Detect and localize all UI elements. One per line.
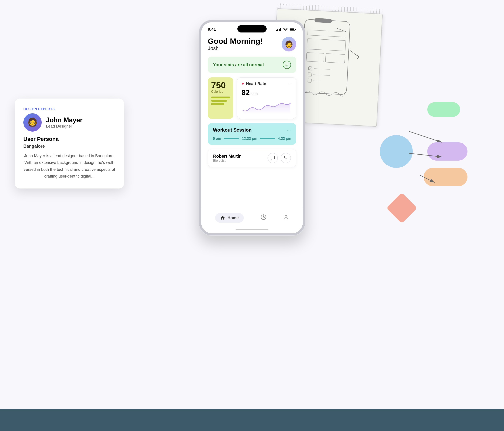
phone-screen: 9:41 (201, 22, 303, 233)
svg-line-9 (310, 68, 312, 70)
svg-rect-22 (277, 29, 278, 31)
calories-card[interactable]: 750 Calories (208, 77, 233, 119)
svg-point-29 (285, 215, 287, 217)
wifi-icon (283, 27, 288, 31)
time-label-1: 9 am (213, 136, 221, 141)
persona-location: Bangalore (23, 144, 115, 149)
heart-bpm-display: 82 bpm (242, 88, 292, 97)
svg-rect-6 (325, 53, 345, 63)
svg-rect-24 (280, 28, 281, 31)
doctor-card: Robert Martin Biologist (208, 149, 296, 167)
phone-icon (284, 156, 288, 160)
persona-expert-label: DESIGN EXPERTS (23, 107, 115, 111)
chat-icon (270, 156, 275, 160)
svg-rect-23 (279, 29, 279, 31)
persona-name: John Mayer (46, 116, 82, 124)
persona-avatar: 🧔 (23, 113, 42, 132)
persona-avatar-emoji: 🧔 (27, 117, 38, 128)
nav-stats[interactable] (261, 214, 266, 221)
home-icon (220, 215, 225, 220)
svg-rect-27 (295, 29, 296, 30)
svg-line-19 (409, 153, 442, 157)
nav-profile[interactable] (283, 214, 289, 221)
svg-rect-21 (276, 30, 277, 31)
nav-home-label: Home (227, 215, 239, 220)
phone-frame: 9:41 (199, 20, 305, 235)
status-icons (276, 27, 296, 31)
heart-icon: ♥ (242, 81, 244, 86)
svg-line-8 (309, 68, 310, 70)
greeting-block: Good Morning! Josh (208, 37, 263, 51)
doctor-name: Robert Martin (213, 154, 242, 159)
user-name: Josh (208, 45, 263, 51)
bpm-value: 82 (242, 88, 250, 97)
svg-line-14 (313, 81, 321, 81)
nav-home[interactable]: Home (215, 213, 244, 223)
calories-label: Calories (211, 90, 230, 94)
heart-rate-title-row: ♥ Heart Rate (242, 81, 266, 86)
workout-card[interactable]: Workout Session ··· 9 am 12:00 pm 4:00 p… (208, 123, 296, 145)
time-label-2: 12:00 pm (242, 136, 257, 141)
workout-title: Workout Session (213, 127, 252, 133)
svg-rect-2 (308, 30, 346, 37)
svg-line-17 (357, 57, 359, 59)
workout-more-dots[interactable]: ··· (287, 128, 291, 132)
svg-rect-11 (308, 73, 312, 76)
time-line-2 (260, 138, 275, 139)
svg-line-10 (314, 69, 330, 70)
chat-button[interactable] (268, 153, 278, 163)
cards-row: 750 Calories ♥ Heart Ra (208, 77, 296, 119)
doctor-info: Robert Martin Biologist (213, 154, 242, 163)
svg-line-18 (409, 131, 442, 142)
heart-rate-header: ♥ Heart Rate ··· (242, 81, 292, 86)
profile-icon (283, 214, 289, 220)
doctor-specialty: Biologist (213, 159, 242, 163)
time-line (224, 138, 239, 139)
workout-times: 9 am 12:00 pm 4:00 pm (213, 136, 291, 141)
home-bar (235, 229, 269, 230)
svg-rect-13 (308, 79, 311, 82)
stats-text: Your stats are all normal (213, 62, 264, 67)
dynamic-island (237, 25, 267, 33)
smiley-emoji: ☺ (285, 62, 289, 68)
battery-icon (290, 27, 296, 31)
workout-header: Workout Session ··· (213, 127, 291, 133)
persona-description: John Mayer is a lead designer based in B… (23, 152, 115, 180)
blob-green (427, 102, 460, 117)
svg-line-20 (420, 175, 435, 183)
calorie-bars (211, 97, 230, 105)
app-header: Good Morning! Josh 🧑 (208, 37, 296, 52)
heart-rate-label: Heart Rate (246, 81, 266, 86)
status-time: 9:41 (208, 27, 216, 32)
svg-rect-5 (306, 53, 324, 62)
phone-mockup: 9:41 (199, 20, 305, 235)
heart-rate-chart (242, 100, 292, 114)
stats-icon (261, 214, 266, 220)
bottom-decoration (0, 409, 504, 431)
svg-rect-4 (307, 38, 346, 51)
persona-role: Lead Designer (46, 124, 82, 129)
user-avatar[interactable]: 🧑 (282, 37, 296, 52)
cal-bar-2 (211, 100, 227, 102)
avatar-emoji: 🧑 (285, 40, 293, 48)
signal-icon (276, 27, 281, 31)
blob-salmon (386, 193, 417, 224)
smiley-icon: ☺ (283, 61, 291, 69)
svg-rect-26 (290, 28, 294, 30)
persona-section-title: User Persona (23, 136, 115, 142)
svg-line-15 (348, 49, 359, 57)
call-button[interactable] (281, 153, 291, 163)
cal-bar-3 (211, 103, 225, 105)
heart-more-dots[interactable]: ··· (288, 82, 292, 86)
persona-card: DESIGN EXPERTS 🧔 John Mayer Lead Designe… (15, 98, 124, 188)
stats-banner: Your stats are all normal ☺ (208, 57, 296, 73)
app-content: Good Morning! Josh 🧑 Your stats are all … (201, 33, 303, 175)
heart-rate-card[interactable]: ♥ Heart Rate ··· 82 bpm (237, 77, 296, 119)
svg-line-12 (313, 75, 330, 76)
time-label-3: 4:00 pm (278, 136, 291, 141)
greeting-title: Good Morning! (208, 37, 263, 45)
calories-value: 750 (211, 81, 230, 90)
persona-header: 🧔 John Mayer Lead Designer (23, 113, 115, 132)
flow-arrows (398, 117, 460, 190)
cal-bar-1 (211, 97, 230, 98)
